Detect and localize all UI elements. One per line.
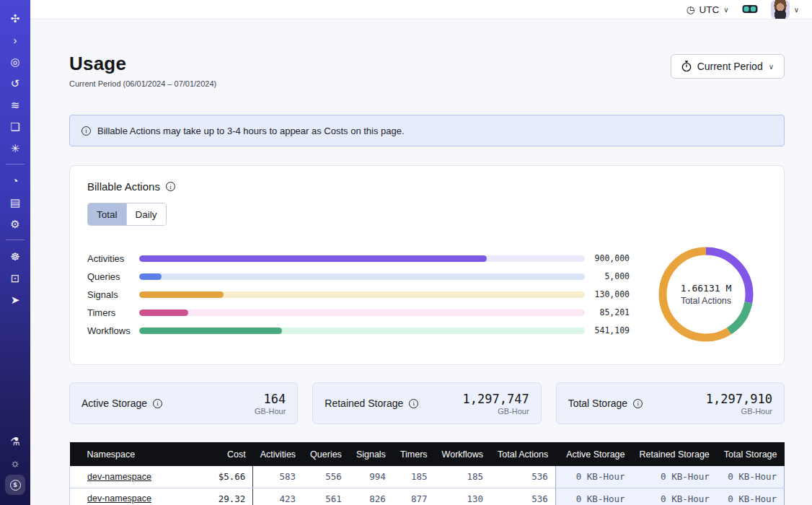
bar-fill (139, 291, 224, 298)
storage-card-unit: GB-Hour (255, 407, 286, 416)
total-actions-cell: 536 (490, 466, 555, 488)
total-storage-cell: 0 KB-Hour (717, 488, 785, 505)
support-icon[interactable]: ☸ (5, 247, 25, 265)
billing-icon[interactable]: ▤ (5, 193, 25, 211)
docs-icon[interactable]: ⊡ (5, 268, 25, 287)
bar-row-signals: Signals 130,000 (87, 286, 630, 304)
topbar: ◷ UTC ∨ ∨ (30, 0, 812, 19)
sidebar-divider (6, 240, 25, 240)
bar-value: 5,000 (585, 271, 630, 281)
signals-cell: 994 (349, 466, 393, 488)
info-banner-text: Billable Actions may take up to 3-4 hour… (97, 126, 405, 136)
donut-total-value: 1.66131 M (681, 283, 731, 294)
info-icon: i (81, 126, 91, 136)
cost-cell: 29.32 (198, 488, 252, 505)
bar-value: 130,000 (585, 289, 630, 299)
col-signals: Signals (349, 442, 393, 466)
bar-fill (139, 309, 188, 316)
bar-label: Workflows (87, 325, 139, 336)
bar-track (139, 328, 585, 334)
info-icon[interactable]: i (409, 399, 418, 408)
bar-fill (139, 328, 282, 334)
feedback-goggles-button[interactable] (742, 4, 758, 14)
col-timers: Timers (393, 442, 435, 466)
info-icon[interactable]: i (153, 399, 162, 408)
col-namespace: Namespace (70, 442, 199, 466)
storage-card-unit: GB-Hour (463, 407, 529, 416)
period-selector-button[interactable]: Current Period ∨ (671, 54, 785, 79)
deployments-icon[interactable]: ❏ (5, 117, 25, 136)
settings-gear-icon[interactable]: ⚙ (5, 214, 25, 233)
col-activities: Activities (253, 442, 303, 466)
billable-actions-title: Billable Actions (87, 180, 160, 193)
tab-daily[interactable]: Daily (127, 203, 166, 225)
layers-icon[interactable]: ≋ (5, 95, 25, 114)
bar-track (139, 273, 585, 280)
sidebar-divider (6, 164, 25, 164)
total-storage-card: Total Storage i 1,297,910 GB-Hour (556, 382, 785, 424)
getting-started-rocket-icon[interactable]: ➤ (5, 290, 25, 309)
bar-track (139, 255, 585, 262)
col-active-storage: Active Storage (555, 442, 632, 466)
storage-card-unit: GB-Hour (706, 407, 772, 416)
goggles-icon (742, 4, 758, 14)
signals-cell: 826 (349, 488, 393, 505)
bar-row-timers: Timers 85,201 (87, 304, 630, 322)
credits-dollar-icon[interactable]: $ (5, 475, 25, 495)
storage-summary-row: Active Storage i 164 GB-Hour Retained St… (69, 382, 785, 424)
info-icon[interactable]: i (633, 399, 643, 408)
bar-value: 541,109 (585, 325, 630, 335)
timers-cell: 877 (393, 488, 435, 505)
retained-storage-cell: 0 KB-Hour (632, 488, 717, 505)
storage-card-value: 1,297,910 (706, 392, 772, 406)
schedules-icon[interactable]: ↺ (5, 74, 25, 92)
table-row: dev-namespace $5.66 583 556 994 185 185 … (70, 466, 785, 488)
namespaces-icon[interactable]: ◎ (5, 52, 25, 71)
namespace-usage-table: Namespace Cost Activities Queries Signal… (69, 442, 785, 505)
queries-cell: 556 (303, 466, 349, 488)
theme-sun-icon[interactable]: ☼ (5, 453, 25, 472)
donut-total-label: Total Actions (681, 296, 731, 306)
col-workflows: Workflows (435, 442, 490, 466)
avatar (771, 0, 790, 19)
storage-card-label: Total Storage (568, 398, 628, 409)
retained-storage-card: Retained Storage i 1,297,747 GB-Hour (312, 382, 541, 424)
bar-label: Queries (87, 271, 139, 282)
info-icon[interactable]: i (166, 182, 175, 191)
expand-sidebar-icon[interactable]: › (5, 30, 25, 49)
total-storage-cell: 0 KB-Hour (717, 466, 785, 488)
current-period-subtitle: Current Period (06/01/2024 – 07/01/2024) (69, 79, 216, 88)
bar-value: 85,201 (585, 307, 630, 317)
app-root: ✣ › ◎ ↺ ≋ ❏ ✳ ◔ ▤ ⚙ ☸ ⊡ ➤ ⚗ ☼ $ ◷ UTC ∨ (0, 0, 812, 505)
nexus-icon[interactable]: ✳ (5, 139, 25, 157)
col-total-actions: Total Actions (490, 442, 555, 466)
clock-icon: ◷ (687, 4, 695, 15)
page-title: Usage (69, 53, 216, 75)
col-retained-storage: Retained Storage (632, 442, 717, 466)
user-menu[interactable]: ∨ (771, 0, 799, 19)
bar-row-queries: Queries 5,000 (87, 268, 630, 286)
timezone-selector[interactable]: ◷ UTC ∨ (687, 4, 729, 15)
cost-cell: $5.66 (198, 466, 252, 488)
namespace-link[interactable]: dev-namespace (87, 472, 151, 482)
usage-icon[interactable]: ◔ (5, 171, 25, 190)
tab-total[interactable]: Total (88, 203, 127, 225)
bar-fill (139, 255, 487, 262)
active-storage-cell: 0 KB-Hour (555, 488, 632, 505)
info-banner: i Billable Actions may take up to 3-4 ho… (69, 115, 785, 146)
lab-flask-icon[interactable]: ⚗ (5, 431, 25, 450)
total-actions-donut: 1.66131 M Total Actions (645, 242, 767, 347)
period-selector-label: Current Period (697, 61, 763, 72)
storage-card-value: 1,297,747 (463, 392, 529, 406)
usage-page: Usage Current Period (06/01/2024 – 07/01… (30, 19, 785, 505)
workflows-cell: 130 (435, 488, 490, 505)
chevron-down-icon: ∨ (723, 6, 728, 14)
active-storage-cell: 0 KB-Hour (555, 466, 632, 488)
col-cost: Cost (198, 442, 252, 466)
storage-card-value: 164 (255, 392, 286, 406)
temporal-logo-icon[interactable]: ✣ (5, 9, 25, 27)
bar-track (139, 291, 585, 298)
namespace-link[interactable]: dev-namespace (87, 493, 151, 504)
active-storage-card: Active Storage i 164 GB-Hour (69, 382, 298, 424)
chevron-down-icon: ∨ (794, 6, 799, 14)
